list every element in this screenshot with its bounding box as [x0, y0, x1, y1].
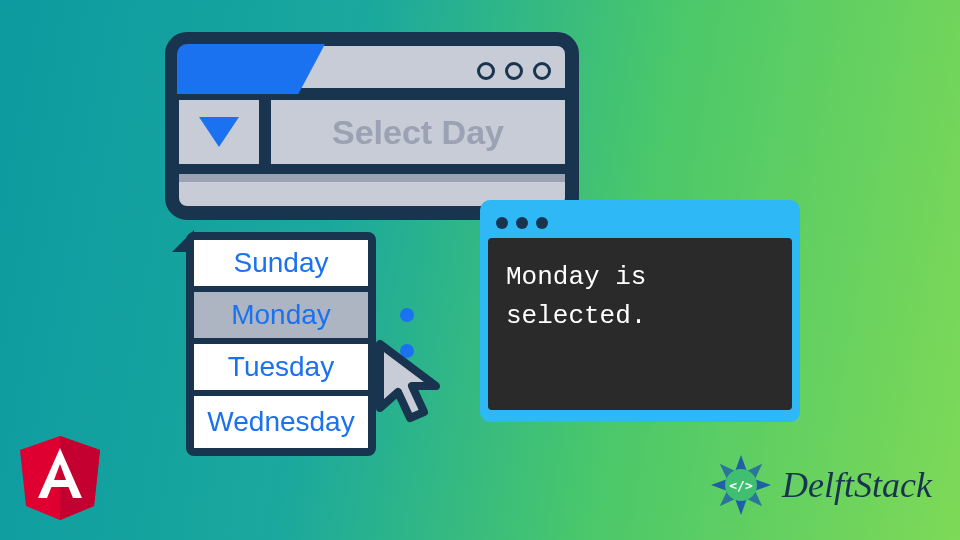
terminal-titlebar — [488, 208, 792, 238]
cursor-icon — [370, 338, 462, 430]
select-bar: Select Day — [179, 88, 565, 164]
terminal-dot-icon — [496, 217, 508, 229]
browser-titlebar — [179, 46, 565, 88]
window-dot-icon — [505, 62, 523, 80]
delftstack-brand: </> DelftStack — [708, 452, 932, 518]
window-dot-icon — [477, 62, 495, 80]
dropdown-list: Sunday Monday Tuesday Wednesday — [186, 232, 376, 456]
terminal-window: Monday is selected. — [480, 200, 800, 422]
window-dot-icon — [533, 62, 551, 80]
svg-marker-0 — [199, 117, 239, 147]
angular-logo-icon — [18, 434, 102, 522]
dropdown-option-monday[interactable]: Monday — [194, 292, 368, 344]
dropdown-option-sunday[interactable]: Sunday — [194, 240, 368, 292]
browser-footer — [179, 164, 565, 182]
select-placeholder: Select Day — [271, 100, 565, 164]
terminal-dot-icon — [536, 217, 548, 229]
svg-text:</>: </> — [729, 478, 753, 493]
dropdown-option-tuesday[interactable]: Tuesday — [194, 344, 368, 396]
dropdown-toggle[interactable] — [179, 100, 271, 164]
brand-name: DelftStack — [782, 464, 932, 506]
browser-window: Select Day — [165, 32, 579, 220]
terminal-output: Monday is selected. — [488, 238, 792, 410]
chevron-down-icon — [197, 115, 241, 149]
dropdown-option-wednesday[interactable]: Wednesday — [194, 396, 368, 448]
delftstack-logo-icon: </> — [708, 452, 774, 518]
browser-tab[interactable] — [177, 44, 325, 94]
window-controls[interactable] — [477, 62, 551, 80]
terminal-dot-icon — [516, 217, 528, 229]
